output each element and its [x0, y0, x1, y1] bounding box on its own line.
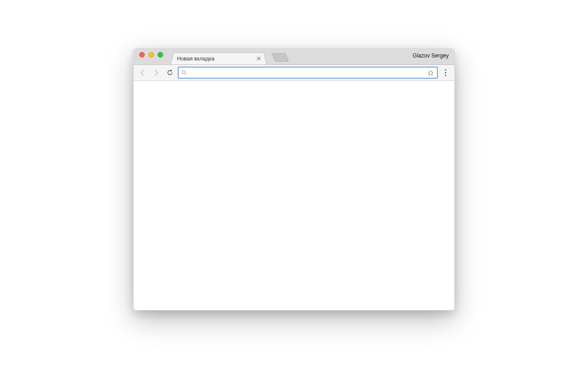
back-button[interactable] [136, 67, 148, 79]
search-icon [181, 70, 187, 75]
tab-title: Новая вкладка [177, 56, 255, 62]
address-bar[interactable] [178, 67, 438, 79]
svg-point-2 [445, 72, 446, 73]
reload-button[interactable] [164, 67, 176, 79]
tab-strip: Новая вкладка Glazov Sergey [134, 49, 454, 64]
page-content [134, 81, 454, 310]
browser-window: Новая вкладка Glazov Sergey [133, 48, 455, 310]
svg-point-3 [445, 75, 446, 76]
new-tab-button[interactable] [271, 53, 288, 62]
window-controls [137, 49, 167, 64]
menu-button[interactable] [440, 67, 452, 79]
window-zoom-button[interactable] [158, 52, 163, 58]
forward-button[interactable] [150, 67, 162, 79]
window-minimize-button[interactable] [148, 52, 154, 58]
close-icon[interactable] [255, 56, 262, 62]
svg-point-1 [445, 69, 446, 70]
address-input[interactable] [190, 69, 424, 76]
window-close-button[interactable] [139, 52, 145, 58]
toolbar [134, 64, 454, 81]
tab-active[interactable]: Новая вкладка [170, 52, 267, 64]
profile-name[interactable]: Glazov Sergey [413, 52, 449, 59]
bookmark-star-button[interactable] [427, 69, 434, 76]
